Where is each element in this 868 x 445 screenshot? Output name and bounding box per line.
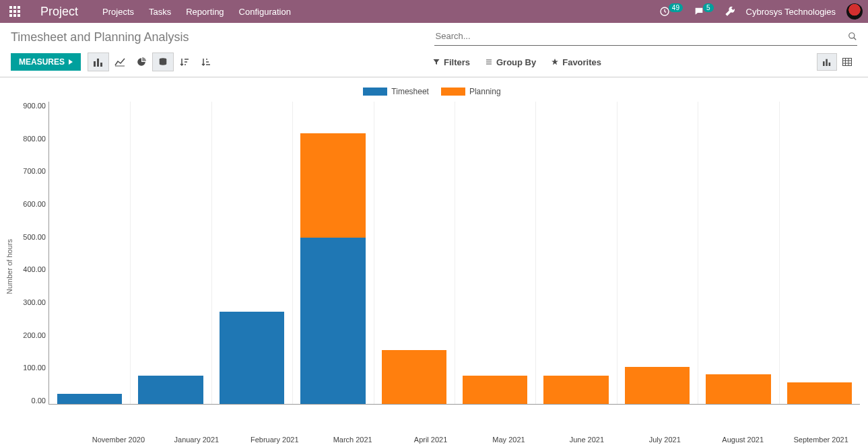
svg-rect-18	[829, 63, 831, 66]
chart-container: Timesheet Planning Number of hours 900.0…	[0, 77, 868, 445]
bar-stack[interactable]	[220, 312, 284, 405]
bar-stack[interactable]	[543, 376, 608, 405]
search-icon	[848, 32, 857, 41]
y-axis-label: Number of hours	[4, 102, 15, 432]
view-switcher	[817, 53, 857, 71]
legend-swatch-planning	[441, 88, 465, 96]
bar-segment-timesheet[interactable]	[300, 238, 365, 405]
bar-stack[interactable]	[706, 374, 770, 404]
y-tick: 500.00	[23, 233, 46, 241]
bar-slot	[49, 102, 130, 404]
sort-desc-button[interactable]	[174, 53, 195, 71]
bar-slot	[455, 102, 535, 404]
nav-menu: Projects Tasks Reporting Configuration	[102, 7, 291, 17]
bar-chart-small-icon	[822, 58, 832, 66]
breadcrumb: Timesheet and Planning Analysis	[11, 30, 189, 44]
groupby-button[interactable]: Group By	[485, 57, 536, 67]
user-avatar[interactable]	[846, 3, 863, 20]
caret-right-icon	[69, 59, 73, 65]
grid-line	[698, 102, 698, 404]
database-icon	[158, 57, 168, 67]
bar-slot	[374, 102, 455, 404]
x-tick: April 2021	[392, 432, 470, 444]
x-tick: January 2021	[158, 432, 236, 444]
nav-item-tasks[interactable]: Tasks	[149, 7, 171, 17]
bar-stack[interactable]	[57, 394, 122, 404]
bar-segment-timesheet[interactable]	[220, 312, 284, 405]
legend-planning[interactable]: Planning	[441, 87, 501, 96]
nav-item-projects[interactable]: Projects	[102, 7, 134, 17]
x-tick: August 2021	[704, 432, 782, 444]
x-tick: November 2020	[79, 432, 158, 444]
measures-button[interactable]: MEASURES	[11, 53, 81, 71]
bar-segment-planning[interactable]	[382, 350, 446, 404]
x-tick: May 2021	[470, 432, 548, 444]
bar-chart-button[interactable]	[88, 53, 109, 71]
bar-slot	[130, 102, 211, 404]
y-tick: 200.00	[23, 331, 46, 339]
y-tick: 0.00	[32, 397, 46, 405]
line-chart-button[interactable]	[109, 53, 131, 71]
filter-group: Filters Group By Favorites	[432, 57, 601, 67]
activities-badge: 49	[669, 3, 683, 12]
svg-rect-5	[100, 63, 102, 67]
apps-launcher-icon[interactable]	[5, 2, 24, 21]
groupby-label: Group By	[496, 57, 536, 67]
list-icon	[485, 58, 493, 66]
bar-segment-planning[interactable]	[787, 382, 852, 405]
bar-stack[interactable]	[463, 376, 527, 405]
company-switcher[interactable]: Cybrosys Technologies	[746, 7, 836, 17]
bar-stack[interactable]	[300, 133, 365, 405]
pivot-view-button[interactable]	[837, 53, 857, 71]
bar-stack[interactable]	[787, 382, 852, 405]
grid-line	[455, 102, 455, 404]
search-input[interactable]	[434, 28, 848, 44]
grid-line	[130, 102, 131, 404]
bar-stack[interactable]	[382, 350, 446, 404]
y-tick: 300.00	[23, 298, 46, 306]
y-tick: 800.00	[23, 135, 46, 143]
svg-rect-16	[823, 61, 825, 66]
graph-view-button[interactable]	[817, 53, 837, 71]
filters-button[interactable]: Filters	[432, 57, 470, 67]
bar-segment-timesheet[interactable]	[57, 394, 122, 404]
cp-toolbar-row: MEASURES F	[11, 46, 857, 77]
y-tick: 900.00	[23, 102, 46, 110]
bar-segment-planning[interactable]	[300, 133, 365, 238]
bar-stack[interactable]	[138, 376, 203, 405]
control-panel: Timesheet and Planning Analysis MEASURES	[0, 23, 868, 77]
nav-item-reporting[interactable]: Reporting	[186, 7, 224, 17]
y-tick: 600.00	[23, 200, 46, 208]
app-brand[interactable]: Project	[40, 5, 78, 19]
x-tick: June 2021	[547, 432, 626, 444]
debug-button[interactable]	[725, 6, 735, 17]
grid-line	[617, 102, 617, 404]
messages-button[interactable]: 5	[694, 6, 714, 17]
bar-segment-planning[interactable]	[706, 374, 770, 404]
legend-timesheet[interactable]: Timesheet	[363, 87, 429, 96]
bar-stack[interactable]	[625, 367, 690, 404]
x-tick: July 2021	[626, 432, 704, 444]
funnel-icon	[432, 58, 440, 66]
bar-segment-timesheet[interactable]	[138, 376, 203, 405]
sort-asc-button[interactable]	[195, 53, 217, 71]
pie-chart-button[interactable]	[131, 53, 152, 71]
bar-slot	[617, 102, 698, 404]
pie-chart-icon	[137, 57, 146, 67]
bar-segment-planning[interactable]	[625, 367, 690, 404]
activities-button[interactable]: 49	[659, 6, 683, 17]
favorites-button[interactable]: Favorites	[551, 57, 601, 67]
search-button[interactable]	[848, 32, 857, 41]
bar-slot	[211, 102, 292, 404]
bar-segment-planning[interactable]	[543, 376, 608, 405]
bar-segment-planning[interactable]	[463, 376, 527, 405]
stacked-button[interactable]	[152, 53, 174, 71]
bar-slot	[292, 102, 373, 404]
messages-badge: 5	[703, 3, 714, 12]
favorites-label: Favorites	[562, 57, 601, 67]
bar-slot	[535, 102, 616, 404]
grid-line	[535, 102, 536, 404]
nav-item-configuration[interactable]: Configuration	[239, 7, 291, 17]
search-area	[434, 28, 858, 46]
svg-line-2	[854, 37, 857, 40]
